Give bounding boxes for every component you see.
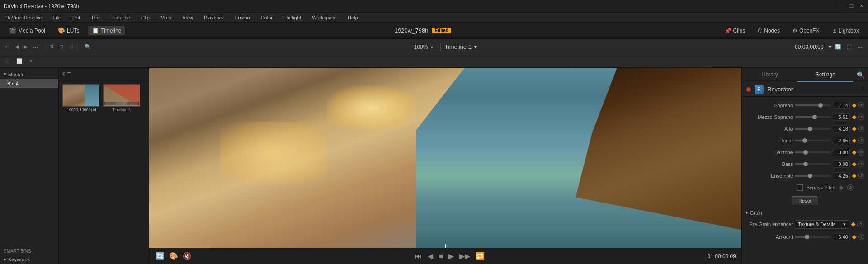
mezzo-slider[interactable] — [795, 116, 831, 118]
list-view-button[interactable]: ☰ — [67, 43, 75, 51]
go-start-button[interactable]: ⏮ — [414, 251, 423, 261]
close-button[interactable]: ✕ — [858, 3, 864, 9]
nav-back-button[interactable]: ◀ — [13, 43, 20, 51]
nodes-nav[interactable]: ⬡ Nodes — [754, 26, 783, 35]
openfx-nav[interactable]: ⚙ OpenFX — [789, 26, 823, 35]
mezzo-keyframe[interactable] — [852, 115, 856, 119]
viewer-audio-button[interactable]: 🔇 — [182, 251, 193, 261]
menu-help[interactable]: Help — [346, 14, 360, 21]
tenor-reset[interactable]: ↺ — [858, 137, 864, 144]
bypass-keyframe[interactable] — [839, 185, 844, 190]
baritone-slider[interactable] — [795, 151, 831, 153]
media-pool-nav[interactable]: 🎬 Media Pool — [5, 26, 49, 35]
bass-value[interactable]: 3.00 — [833, 160, 850, 168]
fx-expand-icon[interactable]: ⋯ — [859, 86, 863, 92]
pregrain-dropdown[interactable]: Texture & Details ▾ — [795, 220, 849, 229]
soprano-reset[interactable]: ↺ — [858, 102, 864, 108]
amount-thumb[interactable] — [805, 235, 809, 239]
restore-button[interactable]: ❐ — [848, 3, 854, 9]
undo-button[interactable]: ↩ — [4, 43, 11, 51]
clip-tool-3[interactable]: ✦ — [27, 57, 35, 65]
luts-nav[interactable]: 🎨 LUTs — [54, 26, 83, 35]
reset-button[interactable]: Reset — [792, 196, 818, 205]
soprano-value[interactable]: 7.14 — [833, 102, 850, 109]
mp-tool-1[interactable]: ⊞ — [61, 71, 65, 76]
ensemble-slider[interactable] — [795, 175, 831, 177]
search-button[interactable]: 🔍 — [83, 43, 93, 51]
ensemble-thumb[interactable] — [808, 174, 812, 178]
bass-reset[interactable]: ↺ — [858, 161, 864, 167]
more-options-btn2[interactable]: ••• — [855, 43, 864, 51]
menu-fairlight[interactable]: Fairlight — [282, 14, 303, 21]
minimize-button[interactable]: — — [838, 3, 844, 9]
timecode-dropdown-icon[interactable]: ▾ — [829, 44, 831, 50]
ensemble-keyframe[interactable] — [852, 174, 856, 178]
tenor-thumb[interactable] — [802, 138, 807, 143]
alto-reset[interactable]: ↺ — [858, 126, 864, 132]
grid-view-button[interactable]: ⊞ — [57, 43, 65, 51]
alto-value[interactable]: 4.18 — [833, 125, 850, 132]
sidebar-item-bin4[interactable]: Bin 4 — [0, 79, 58, 88]
tenor-keyframe[interactable] — [852, 138, 856, 143]
bass-slider[interactable] — [795, 163, 831, 165]
alto-thumb[interactable] — [808, 127, 812, 131]
sidebar-master-section[interactable]: Master — [0, 70, 58, 79]
prev-frame-button[interactable]: ◀ — [427, 251, 434, 261]
ensemble-reset[interactable]: ↺ — [858, 173, 864, 179]
alto-slider[interactable] — [795, 128, 831, 130]
amount-value[interactable]: 3.40 — [833, 233, 850, 240]
stop-button[interactable]: ■ — [438, 251, 444, 261]
menu-clip[interactable]: Clip — [139, 14, 151, 21]
more-options-button[interactable]: ••• — [31, 43, 40, 51]
zoom-select[interactable]: 100% — [410, 42, 437, 52]
baritone-thumb[interactable] — [803, 150, 808, 155]
tab-library[interactable]: Library — [742, 68, 797, 82]
tenor-slider[interactable] — [795, 140, 831, 141]
clip-tool-1[interactable]: ▭ — [4, 57, 12, 65]
timeline-nav[interactable]: 📋 Timeline — [88, 26, 125, 35]
media-item-timeline[interactable]: Timeline 1 — [103, 84, 140, 112]
alto-keyframe[interactable] — [852, 127, 856, 131]
pregrain-keyframe[interactable] — [851, 222, 855, 226]
panel-search-icon[interactable]: 🔍 — [857, 71, 864, 79]
bass-keyframe[interactable] — [852, 162, 856, 166]
menu-workspace[interactable]: Workspace — [310, 14, 339, 21]
fullscreen-button[interactable]: ⛶ — [845, 43, 854, 51]
amount-keyframe[interactable] — [852, 235, 856, 239]
fx-active-dot[interactable] — [746, 87, 751, 92]
bass-thumb[interactable] — [803, 162, 808, 166]
soprano-slider[interactable] — [795, 104, 831, 106]
timeline-dropdown-icon[interactable]: ▾ — [474, 44, 477, 50]
sort-button[interactable]: ⇅ — [48, 43, 56, 51]
bypass-pitch-checkbox[interactable] — [797, 184, 803, 191]
baritone-value[interactable]: 3.00 — [833, 149, 850, 156]
soprano-keyframe[interactable] — [852, 103, 856, 108]
lightbox-nav[interactable]: ⊞ Lightbox — [829, 26, 863, 35]
viewer-fx-button[interactable]: 🔄 — [155, 251, 165, 261]
mezzo-thumb[interactable] — [812, 115, 817, 119]
nav-fwd-button[interactable]: ▶ — [22, 43, 29, 51]
baritone-keyframe[interactable] — [852, 150, 856, 155]
mezzo-reset[interactable]: ↺ — [858, 114, 864, 120]
loop-button[interactable]: 🔁 — [475, 251, 486, 261]
sidebar-keywords[interactable]: Keywords — [0, 255, 58, 264]
amount-reset[interactable]: ↺ — [858, 234, 864, 240]
pregrain-reset[interactable]: ↺ — [857, 221, 863, 227]
menu-mark[interactable]: Mark — [159, 14, 173, 21]
baritone-reset[interactable]: ↺ — [858, 149, 864, 156]
media-item-tif[interactable]: [10000-10000].tif — [62, 84, 99, 112]
amount-slider[interactable] — [795, 236, 831, 238]
play-button[interactable]: ▶ — [448, 251, 455, 261]
ensemble-value[interactable]: 4.25 — [833, 172, 850, 179]
next-frame-button[interactable]: ▶▶ — [458, 251, 471, 261]
tenor-value[interactable]: 2.65 — [833, 137, 850, 144]
mezzo-value[interactable]: 5.51 — [833, 113, 850, 121]
menu-fusion[interactable]: Fusion — [233, 14, 252, 21]
menu-file[interactable]: File — [51, 14, 63, 21]
tab-settings[interactable]: Settings — [797, 68, 853, 82]
menu-view[interactable]: View — [180, 14, 195, 21]
mp-tool-2[interactable]: ☰ — [67, 71, 71, 76]
menu-timeline[interactable]: Timeline — [110, 14, 132, 21]
clip-tool-2[interactable]: ⬜ — [14, 57, 24, 65]
menu-davinci-resolve[interactable]: DaVinci Resolve — [4, 14, 44, 21]
